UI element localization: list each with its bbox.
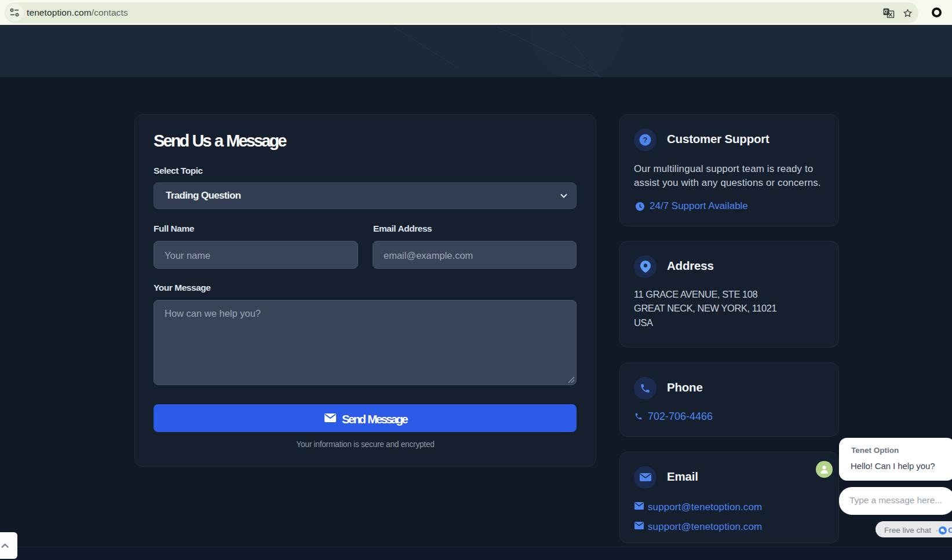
svg-text:?: ?: [643, 136, 648, 144]
